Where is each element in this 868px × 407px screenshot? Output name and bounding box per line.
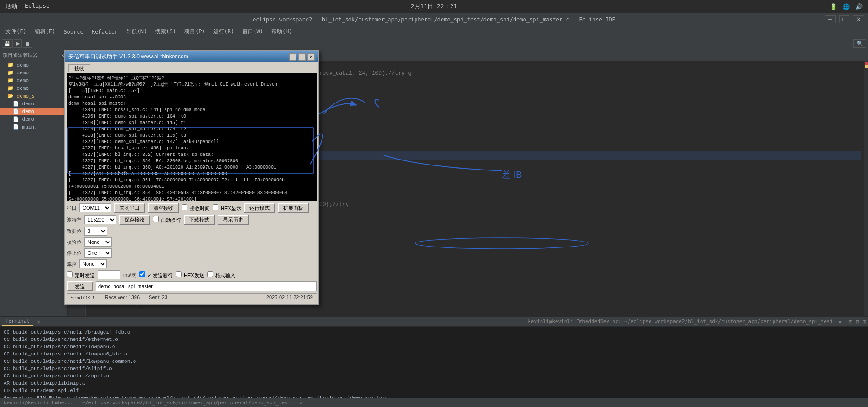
terminal-area: Terminal ✕ kevinli@kevinli-EmbeddedDev-p…	[0, 316, 868, 407]
project-tree: 📁 demo 📁 demo 📁 demo 📁 demo 📂 demo_s 📄 d…	[0, 61, 67, 316]
serial-dialog-maximize[interactable]: □	[298, 53, 306, 61]
terminal-title-label: kevinli@kevinli-EmbeddedDev-pc: ~/eclips…	[528, 319, 833, 325]
warning-indicator	[865, 65, 868, 68]
auto-run-checkbox[interactable]	[153, 216, 159, 222]
tree-item-demo3[interactable]: 📁 demo	[0, 77, 67, 84]
terminal-line-9: LD build_out/demo_spi.elf	[4, 387, 864, 394]
terminal-line-5: CC build_out/lwip/src/netif/lowpan6_comm…	[4, 358, 864, 365]
sidebar-title: 项目资源管理器	[3, 52, 38, 59]
hex-display-label: HEX显示	[213, 204, 241, 212]
expand-panel-button[interactable]: 扩展面板	[278, 203, 309, 213]
send-button[interactable]: 发送	[67, 281, 93, 291]
menu-source[interactable]: Source	[60, 28, 87, 36]
menu-window[interactable]: 窗口(W)	[239, 27, 267, 36]
serial-controls-row3: 数据位 8	[67, 227, 317, 236]
parity-label: 校验位	[67, 239, 82, 246]
terminal-status-close[interactable]: ✕	[300, 400, 303, 406]
serial-controls-row2: 波特率 115200 保存接收 自动换行 下载模式 显示历史	[67, 215, 317, 225]
editor-gutter	[864, 61, 868, 316]
terminal-toolbar-icon3[interactable]: ⊞	[863, 319, 866, 325]
parity-select[interactable]: None	[84, 237, 112, 247]
terminal-toolbar-icon2[interactable]: ⊟	[856, 319, 859, 325]
menu-nav[interactable]: 导航(N)	[123, 27, 151, 36]
run-mode-button[interactable]: 运行模式	[244, 203, 275, 213]
open-port-button[interactable]: 关闭串口	[114, 203, 145, 213]
terminal-toolbar-icon1[interactable]: ⊡	[849, 319, 852, 325]
baud-label: 波特率	[67, 216, 82, 223]
newline-label: ✓ 发送新行	[139, 271, 173, 279]
format-input-checkbox[interactable]	[207, 271, 213, 277]
serial-recv-tab[interactable]: 接收	[68, 64, 90, 72]
show-history-button[interactable]: 显示历史	[218, 215, 249, 225]
serial-parity-row: 校验位 None	[67, 237, 317, 247]
menu-search[interactable]: 搜索(S)	[151, 27, 180, 36]
serial-timed-row: 定时发送 800 ms/次 ✓ 发送新行 HEX发送 格式输入	[67, 270, 317, 279]
tree-item-demo4[interactable]: 📁 demo	[0, 84, 67, 92]
tree-item-demo-child1[interactable]: 📄 demo	[0, 100, 67, 108]
stop-bits-select[interactable]: One	[84, 248, 112, 258]
received-label: Received: 1396	[105, 294, 140, 301]
system-bar: 活动 Eclipse 2月11日 22：21 🔋 🌐 🔊	[0, 0, 868, 13]
toolbar-btn-3[interactable]: ⏹	[23, 40, 32, 48]
terminal-line-3: CC build_out/lwip/src/netif/lowpan6.o	[4, 343, 864, 350]
recv-time-checkbox[interactable]	[182, 204, 187, 210]
timed-send-unit: ms/次	[123, 272, 136, 278]
tree-item-demo1[interactable]: 📁 demo	[0, 61, 67, 69]
serial-dialog-close[interactable]: ✕	[307, 53, 315, 61]
maximize-button[interactable]: □	[839, 15, 849, 23]
hex-send-checkbox[interactable]	[176, 271, 182, 277]
tree-item-demo-child3[interactable]: 📄 demo	[0, 115, 67, 123]
download-mode-button[interactable]: 下载模式	[184, 215, 215, 225]
eclipse-title: eclipse-workspace2 - bl_iot_sdk/customer…	[253, 16, 615, 23]
port-select[interactable]: COM11	[79, 203, 111, 212]
tree-item-demo-s[interactable]: 📂 demo_s	[0, 92, 67, 100]
serial-flow-row: 流控 None	[67, 259, 317, 268]
hex-display-checkbox[interactable]	[213, 204, 218, 210]
serial-output-text: ?\□x?覆标?1覆€ 杩?桂样?°□胧Q"零?°??絮?空1v3盏? □□a[…	[68, 75, 315, 201]
minimize-button[interactable]: ─	[825, 15, 835, 23]
toolbar-btn-1[interactable]: 💾	[2, 39, 13, 48]
terminal-close-tab-icon[interactable]: ✕	[838, 319, 842, 325]
menu-help[interactable]: 帮助(H)	[268, 27, 296, 36]
terminal-close-icon[interactable]: ✕	[37, 319, 40, 325]
terminal-line-10: Generating BIN File to /home/kevinli/ecl…	[4, 394, 864, 398]
search-button[interactable]: 🔍	[853, 39, 866, 48]
flow-select[interactable]: None	[79, 259, 107, 268]
sent-label: Sent: 23	[149, 294, 167, 301]
menu-file[interactable]: 文件(F)	[2, 27, 30, 36]
baud-select[interactable]: 115200	[84, 215, 116, 224]
serial-dialog-minimize[interactable]: ─	[289, 53, 296, 61]
tree-item-main[interactable]: 📄 main.	[0, 123, 67, 131]
data-bits-select[interactable]: 8	[84, 227, 107, 236]
menu-refactor[interactable]: Refactor	[88, 28, 122, 36]
sound-icon: 🔊	[855, 3, 863, 10]
tree-item-demo2[interactable]: 📁 demo	[0, 69, 67, 77]
tree-item-demo-child2[interactable]: 📄 demo	[0, 108, 67, 115]
terminal-line-6: CC build_out/lwip/src/netif/slipif.o	[4, 365, 864, 372]
menu-edit[interactable]: 编辑(E)	[31, 27, 59, 36]
send-input[interactable]	[96, 281, 317, 291]
clear-recv-button[interactable]: 清空接收	[148, 203, 179, 213]
timed-send-input[interactable]: 800	[98, 270, 120, 279]
data-bits-label: 数据位	[67, 228, 82, 235]
serial-dialog-title: 安信可串口调试助手 V1.2.3.0 www.ai-thinker.com ─ …	[65, 51, 318, 62]
terminal-line-8: AR build_out/lwip/liblwip.a	[4, 380, 864, 387]
timed-send-checkbox[interactable]	[67, 271, 73, 277]
save-recv-button[interactable]: 保存接收	[119, 215, 150, 225]
terminal-output[interactable]: CC build_out/lwip/src/netif/bridgeif_fdb…	[0, 327, 868, 398]
network-icon: 🌐	[842, 3, 850, 10]
close-button[interactable]: ✕	[853, 15, 864, 23]
terminal-tab[interactable]: Terminal	[2, 317, 33, 326]
title-bar: eclipse-workspace2 - bl_iot_sdk/customer…	[0, 13, 868, 26]
eclipse-label[interactable]: Eclipse	[25, 2, 50, 10]
send-ok-label: Send OK！	[70, 294, 96, 301]
recv-time-label: 接收时间	[182, 204, 210, 212]
toolbar-btn-2[interactable]: ▶	[14, 39, 22, 48]
serial-output[interactable]: ?\□x?覆标?1覆€ 杩?桂样?°□胧Q"零?°??絮?空1v3盏? □□a[…	[67, 73, 317, 201]
activities-label[interactable]: 活动	[5, 2, 17, 10]
menu-run[interactable]: 运行(R)	[210, 27, 238, 36]
hex-send-label: HEX发送	[176, 271, 204, 279]
menu-project[interactable]: 项目(P)	[181, 27, 209, 36]
sidebar-header: 项目资源管理器 ✕	[0, 50, 67, 61]
newline-checkbox[interactable]	[139, 271, 145, 277]
